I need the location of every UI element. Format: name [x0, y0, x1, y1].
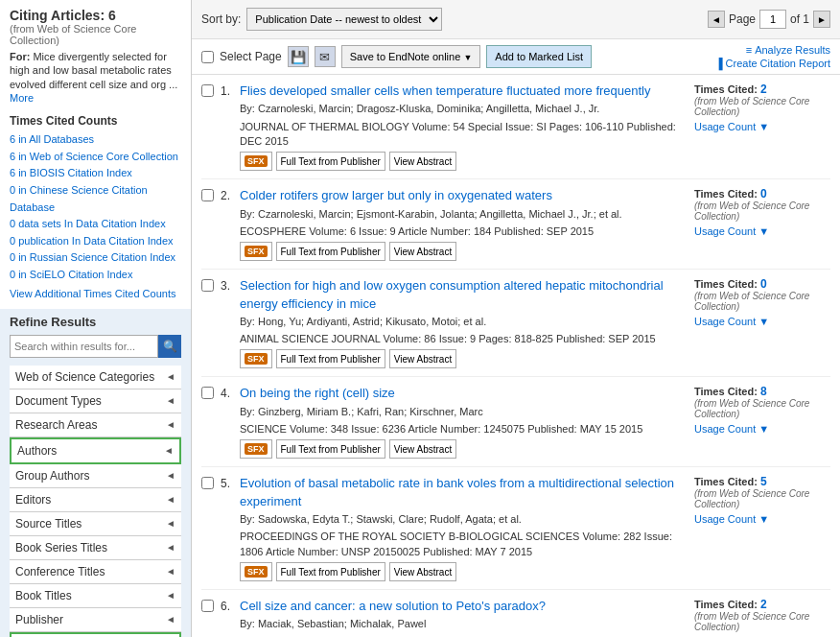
- analyze-results-link[interactable]: ≡ Analyze Results: [746, 44, 830, 56]
- of-label: of 1: [790, 12, 809, 26]
- full-text-publisher-btn[interactable]: Full Text from Publisher: [276, 562, 385, 581]
- usage-count-label[interactable]: Usage Count ▼: [694, 513, 830, 525]
- full-text-publisher-btn[interactable]: Full Text from Publisher: [276, 242, 385, 261]
- search-within-button[interactable]: 🔍: [158, 335, 181, 358]
- search-within-input[interactable]: [10, 335, 158, 358]
- times-cited-item[interactable]: 0 data sets In Data Citation Index: [10, 216, 181, 233]
- result-title[interactable]: On being the right (cell) size: [240, 385, 687, 402]
- times-cited-count[interactable]: 0: [760, 277, 767, 291]
- refine-item-book-series-titles[interactable]: Book Series Titles◄: [10, 536, 181, 560]
- refine-item-publisher[interactable]: Publisher◄: [10, 608, 181, 632]
- usage-count-label[interactable]: Usage Count ▼: [694, 316, 830, 327]
- refine-item-document-types[interactable]: Document Types◄: [10, 389, 181, 413]
- result-actions: SFX Full Text from Publisher View Abstra…: [240, 439, 687, 459]
- times-cited-item[interactable]: 0 in Russian Science Citation Index: [10, 249, 181, 267]
- result-checkbox-cell: [201, 385, 221, 459]
- times-cited-item[interactable]: 6 in BIOSIS Citation Index: [10, 165, 181, 182]
- refine-item-research-areas[interactable]: Research Areas◄: [10, 413, 181, 437]
- view-additional-link[interactable]: View Additional Times Cited Counts: [10, 288, 181, 299]
- result-number: 1.: [221, 83, 240, 171]
- times-cited-count[interactable]: 5: [760, 475, 767, 488]
- view-abstract-btn[interactable]: View Abstract: [389, 242, 456, 261]
- next-page-btn[interactable]: ►: [813, 11, 830, 28]
- refine-item-group-authors[interactable]: Group Authors◄: [10, 464, 181, 488]
- result-checkbox[interactable]: [201, 387, 214, 399]
- result-title[interactable]: Flies developed smaller cells when tempe…: [240, 83, 687, 100]
- full-text-publisher-btn[interactable]: Full Text from Publisher: [276, 152, 385, 171]
- result-title[interactable]: Cell size and cancer: a new solution to …: [240, 598, 687, 615]
- table-row: 1. Flies developed smaller cells when te…: [201, 75, 830, 179]
- view-abstract-btn[interactable]: View Abstract: [389, 562, 456, 581]
- times-cited-item[interactable]: 0 publication In Data Citation Index: [10, 233, 181, 250]
- times-cited-list: 6 in All Databases6 in Web of Science Co…: [10, 131, 181, 283]
- floppy-icon[interactable]: 💾: [288, 46, 309, 67]
- times-cited-item[interactable]: 0 in Chinese Science Citation Database: [10, 182, 181, 216]
- times-cited-label: Times Cited: 0: [694, 277, 830, 291]
- times-cited-source: (from Web of Science Core Collection): [694, 201, 830, 222]
- result-title[interactable]: Evolution of basal metabolic rate in ban…: [240, 475, 687, 509]
- sfx-button[interactable]: SFX: [240, 152, 272, 171]
- sfx-button[interactable]: SFX: [240, 562, 272, 581]
- more-link[interactable]: More: [10, 92, 34, 104]
- prev-page-btn[interactable]: ◄: [708, 11, 725, 28]
- sort-select[interactable]: Publication Date -- newest to oldestTime…: [246, 8, 442, 31]
- refine-item-editors[interactable]: Editors◄: [10, 488, 181, 512]
- times-cited-count[interactable]: 0: [760, 187, 767, 201]
- result-checkbox[interactable]: [201, 84, 214, 97]
- sfx-button[interactable]: SFX: [240, 439, 272, 459]
- sort-by-label: Sort by:: [201, 12, 241, 26]
- create-citation-link[interactable]: ▐ Create Citation Report: [715, 58, 830, 69]
- select-page-checkbox[interactable]: [201, 51, 214, 63]
- result-authors: By: Sadowska, Edyta T.; Stawski, Clare; …: [240, 512, 687, 527]
- add-marked-btn[interactable]: Add to Marked List: [486, 45, 592, 68]
- refine-item-publication-years[interactable]: Publication Years◄: [10, 632, 181, 637]
- result-checkbox[interactable]: [201, 279, 214, 292]
- usage-count-label[interactable]: Usage Count ▼: [694, 121, 830, 132]
- result-number: 5.: [221, 475, 240, 581]
- save-endnote-btn[interactable]: Save to EndNote online ▼: [341, 45, 481, 68]
- page-input[interactable]: [759, 10, 786, 29]
- usage-count-label[interactable]: Usage Count ▼: [694, 225, 830, 237]
- refine-item-book-titles[interactable]: Book Titles◄: [10, 584, 181, 608]
- times-cited-item[interactable]: 0 in SciELO Citation Index: [10, 267, 181, 284]
- times-cited-count[interactable]: 2: [760, 598, 767, 611]
- refine-item-web-of-science-categories[interactable]: Web of Science Categories◄: [10, 366, 181, 389]
- refine-item-conference-titles[interactable]: Conference Titles◄: [10, 560, 181, 584]
- refine-item-label: Book Titles: [15, 589, 72, 602]
- refine-item-authors[interactable]: Authors◄: [10, 437, 181, 464]
- result-checkbox[interactable]: [201, 477, 214, 489]
- full-text-publisher-btn[interactable]: Full Text from Publisher: [276, 439, 385, 459]
- times-cited-label: Times Cited: 5: [694, 475, 830, 488]
- page-label: Page: [729, 12, 756, 26]
- times-cited-item[interactable]: 6 in Web of Science Core Collection: [10, 149, 181, 166]
- sfx-button[interactable]: SFX: [240, 242, 272, 261]
- times-cited-count[interactable]: 2: [760, 83, 767, 96]
- result-checkbox-cell: [201, 475, 221, 581]
- citing-subtitle: (from Web of Science Core Collection): [10, 23, 181, 46]
- refine-item-arrow: ◄: [166, 371, 175, 382]
- refine-item-label: Publisher: [15, 613, 63, 626]
- result-journal: PROCEEDINGS OF THE ROYAL SOCIETY B-BIOLO…: [240, 530, 687, 559]
- times-cited-count[interactable]: 8: [760, 385, 767, 398]
- full-text-publisher-btn[interactable]: Full Text from Publisher: [276, 349, 385, 368]
- refine-item-source-titles[interactable]: Source Titles◄: [10, 512, 181, 536]
- result-checkbox[interactable]: [201, 600, 214, 612]
- result-title[interactable]: Selection for high and low oxygen consum…: [240, 277, 687, 312]
- view-abstract-btn[interactable]: View Abstract: [389, 349, 456, 368]
- refine-item-arrow: ◄: [166, 470, 175, 481]
- result-metrics: Times Cited: 2 (from Web of Science Core…: [687, 83, 830, 171]
- usage-count-label[interactable]: Usage Count ▼: [694, 423, 830, 435]
- view-abstract-btn[interactable]: View Abstract: [389, 439, 456, 459]
- email-icon[interactable]: ✉: [315, 46, 336, 67]
- citing-articles-title: Citing Articles: 6: [10, 8, 181, 23]
- result-title[interactable]: Colder rotifers grow larger but only in …: [240, 187, 687, 204]
- view-abstract-btn[interactable]: View Abstract: [389, 152, 456, 171]
- result-body: Colder rotifers grow larger but only in …: [240, 187, 687, 261]
- citing-for: For: Mice divergently selected for high …: [10, 50, 181, 105]
- times-cited-item[interactable]: 6 in All Databases: [10, 131, 181, 149]
- sfx-button[interactable]: SFX: [240, 349, 272, 368]
- times-cited-source: (from Web of Science Core Collection): [694, 611, 830, 632]
- result-journal: SCIENCE Volume: 348 Issue: 6236 Article …: [240, 422, 687, 436]
- page-nav-top: ◄ Page of 1 ►: [708, 10, 830, 29]
- result-checkbox[interactable]: [201, 189, 214, 201]
